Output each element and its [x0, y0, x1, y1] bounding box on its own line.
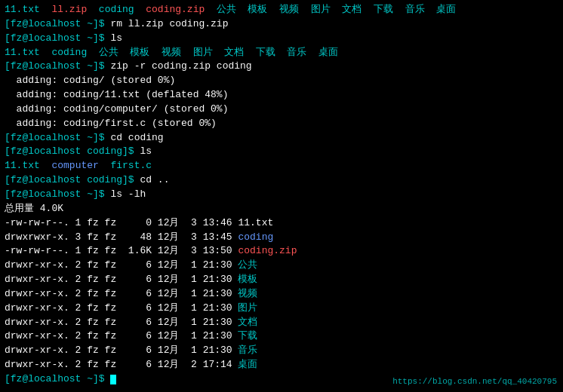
terminal-line: [fz@localhost coding]$ ls	[5, 145, 558, 159]
terminal-line: adding: coding/first.c (stored 0%)	[5, 117, 558, 131]
line-part: rm ll.zip coding.zip	[110, 18, 228, 29]
line-part: adding: coding/ (stored 0%)	[5, 75, 175, 86]
line-part: 总用量 4.0K	[5, 203, 63, 214]
terminal-line: drwxrwxr-x. 3 fz fz 48 12月 3 13:45 codin…	[5, 231, 558, 245]
line-part: drwxr-xr-x. 2 fz fz 6 12月 1 21:30	[5, 302, 238, 314]
line-part: 音乐	[238, 345, 257, 356]
line-part: 桌面	[238, 359, 257, 370]
line-part: [fz@localhost ~]$	[5, 188, 110, 200]
terminal-line: [fz@localhost ~]$ ls	[5, 32, 558, 46]
cursor	[110, 375, 116, 384]
line-part: first.c	[110, 160, 152, 171]
line-part: 下载	[238, 330, 257, 341]
terminal-line: [fz@localhost coding]$ cd ..	[5, 173, 558, 188]
line-part: [fz@localhost coding]$	[5, 174, 140, 185]
watermark: https://blog.csdn.net/qq_40420795	[392, 377, 557, 386]
line-part: drwxr-xr-x. 2 fz fz 6 12月 1 21:30	[5, 288, 238, 299]
terminal-line: drwxr-xr-x. 2 fz fz 6 12月 2 17:14 桌面	[5, 358, 558, 372]
line-part: drwxr-xr-x. 2 fz fz 6 12月 1 21:30	[5, 259, 238, 271]
terminal-line: 11.txt ll.zip coding coding.zip 公共 模板 视频…	[5, 3, 558, 17]
terminal-line: [fz@localhost ~]$ rm ll.zip coding.zip	[5, 17, 558, 32]
terminal-line: drwxr-xr-x. 2 fz fz 6 12月 1 21:30 下载	[5, 329, 558, 344]
terminal-line: [fz@localhost ~]$ ls -lh	[5, 188, 558, 202]
terminal-line: -rw-rw-r--. 1 fz fz 0 12月 3 13:46 11.txt	[5, 216, 558, 231]
line-part: adding: coding/computer/ (stored 0%)	[5, 103, 228, 115]
line-part: 11.txt	[5, 4, 51, 15]
line-part: 模板	[238, 274, 257, 285]
line-part: coding	[238, 231, 273, 243]
line-part: coding.zip	[238, 245, 297, 256]
line-part: drwxr-xr-x. 2 fz fz 6 12月 1 21:30	[5, 330, 238, 341]
terminal-line: -rw-rw-r--. 1 fz fz 1.6K 12月 3 13:50 cod…	[5, 244, 558, 259]
line-part: ls -lh	[110, 188, 146, 200]
line-part: ll.zip	[51, 4, 98, 15]
terminal: 11.txt ll.zip coding coding.zip 公共 模板 视频…	[0, 0, 563, 392]
line-part: [fz@localhost ~]$	[5, 18, 110, 29]
terminal-line: drwxr-xr-x. 2 fz fz 6 12月 1 21:30 音乐	[5, 344, 558, 358]
line-part: 11.txt coding 公共 模板 视频 图片 文档 下载 音乐 桌面	[5, 47, 338, 58]
line-part: computer	[51, 160, 110, 171]
line-part: 文档	[238, 317, 257, 328]
line-part: -rw-rw-r--. 1 fz fz 0 12月 3 13:46 11.txt	[5, 217, 273, 228]
terminal-line: drwxr-xr-x. 2 fz fz 6 12月 1 21:30 视频	[5, 287, 558, 302]
line-part: [fz@localhost ~]$	[5, 373, 110, 384]
line-part: drwxr-xr-x. 2 fz fz 6 12月 1 21:30	[5, 317, 238, 328]
line-part: drwxr-xr-x. 2 fz fz 6 12月 2 17:14	[5, 359, 238, 370]
line-part: [fz@localhost ~]$	[5, 60, 110, 72]
terminal-line: drwxr-xr-x. 2 fz fz 6 12月 1 21:30 文档	[5, 316, 558, 330]
line-part: [fz@localhost coding]$	[5, 145, 140, 157]
terminal-line: adding: coding/11.txt (deflated 48%)	[5, 88, 558, 103]
line-part: adding: coding/first.c (stored 0%)	[5, 118, 217, 129]
terminal-line: 总用量 4.0K	[5, 202, 558, 216]
line-part: -rw-rw-r--. 1 fz fz 1.6K 12月 3 13:50	[5, 245, 238, 256]
line-part: coding.zip	[146, 4, 217, 15]
line-part: [fz@localhost ~]$	[5, 32, 110, 44]
terminal-line: drwxr-xr-x. 2 fz fz 6 12月 1 21:30 公共	[5, 259, 558, 273]
line-part: 公共 模板 视频 图片 文档 下载 音乐 桌面	[217, 4, 456, 15]
terminal-line: 11.txt computer first.c	[5, 159, 558, 173]
terminal-line: 11.txt coding 公共 模板 视频 图片 文档 下载 音乐 桌面	[5, 46, 558, 60]
line-part: ls	[140, 145, 152, 157]
line-part: ls	[110, 32, 122, 44]
line-part: coding	[99, 4, 146, 15]
terminal-line: drwxr-xr-x. 2 fz fz 6 12月 1 21:30 图片	[5, 302, 558, 316]
terminal-line: [fz@localhost ~]$ zip -r coding.zip codi…	[5, 60, 558, 74]
line-part: drwxr-xr-x. 2 fz fz 6 12月 1 21:30	[5, 345, 238, 356]
terminal-line: [fz@localhost ~]$ cd coding	[5, 131, 558, 145]
terminal-line: drwxr-xr-x. 2 fz fz 6 12月 1 21:30 模板	[5, 273, 558, 287]
line-part: 视频	[238, 288, 257, 299]
terminal-line: adding: coding/computer/ (stored 0%)	[5, 103, 558, 117]
line-part: 公共	[238, 259, 257, 271]
line-part: adding: coding/11.txt (deflated 48%)	[5, 89, 228, 100]
line-part: [fz@localhost ~]$	[5, 132, 110, 143]
line-part: cd coding	[110, 132, 163, 143]
line-part: zip -r coding.zip coding	[110, 60, 251, 72]
line-part: 11.txt	[5, 160, 51, 171]
line-part: drwxrwxr-x. 3 fz fz 48 12月 3 13:45	[5, 231, 238, 243]
line-part: 图片	[238, 302, 257, 314]
line-part: drwxr-xr-x. 2 fz fz 6 12月 1 21:30	[5, 274, 238, 285]
line-part: cd ..	[140, 174, 169, 185]
terminal-line: adding: coding/ (stored 0%)	[5, 74, 558, 88]
